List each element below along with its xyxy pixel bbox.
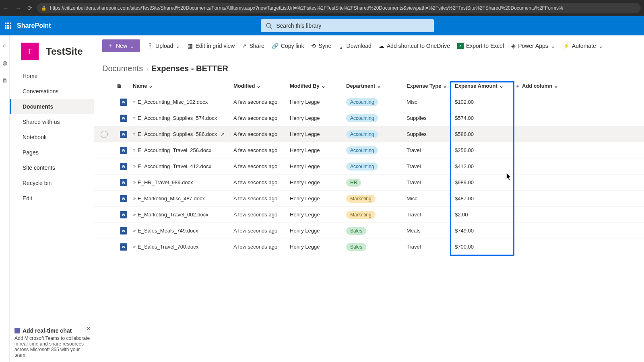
- url-bar[interactable]: 🔒 https://citizenbuilders.sharepoint.com…: [37, 3, 641, 13]
- word-doc-icon: W: [120, 163, 127, 170]
- table-row[interactable]: W⟳E_Accounting_Travel_412.docxA few seco…: [94, 158, 644, 175]
- automate-button[interactable]: ⚡Automate⌄: [563, 43, 603, 49]
- browser-nav: ← → ⟳: [3, 5, 32, 11]
- site-title[interactable]: TestSite: [46, 46, 83, 57]
- table-row[interactable]: W⟳E_Sales_Meals_749.docxA few seconds ag…: [94, 223, 644, 239]
- table-row[interactable]: W⟳E_Accounting_Misc_102.docxA few second…: [94, 94, 644, 110]
- table-row[interactable]: W⟳E_Accounting_Supplies_586.docx↗⋮A few …: [94, 126, 644, 142]
- file-name[interactable]: ⟳E_Accounting_Misc_102.docx: [130, 99, 231, 105]
- back-icon[interactable]: ←: [3, 5, 9, 11]
- sidebar-item-notebook[interactable]: Notebook: [10, 130, 94, 145]
- table-row[interactable]: W⟳E_HR_Travel_989.docxA few seconds agoH…: [94, 175, 644, 191]
- table-row[interactable]: W⟳E_Sales_Travel_700.docxA few seconds a…: [94, 239, 644, 255]
- chevron-down-icon: ⌄: [377, 83, 381, 89]
- table-row[interactable]: W⟳E_Accounting_Travel_256.docxA few seco…: [94, 142, 644, 158]
- file-name[interactable]: ⟳E_Accounting_Supplies_574.docx: [130, 115, 231, 121]
- col-expense-amount[interactable]: Expense Amount ⌄: [452, 83, 513, 89]
- sidebar-item-shared-with-us[interactable]: Shared with us: [10, 114, 94, 130]
- forward-icon[interactable]: →: [15, 5, 21, 11]
- file-name[interactable]: ⟳E_Marketing_Travel_002.docx: [130, 212, 231, 218]
- expense-type-cell: Travel: [404, 244, 452, 250]
- sidebar-item-edit[interactable]: Edit: [10, 191, 94, 206]
- breadcrumb-current: Expenses - BETTER: [151, 64, 228, 73]
- modified-by-cell[interactable]: Henry Legge: [287, 212, 344, 218]
- department-cell: Accounting: [344, 130, 404, 138]
- file-name[interactable]: ⟳E_HR_Travel_989.docx: [130, 179, 231, 185]
- add-shortcut-button[interactable]: ☁Add shortcut to OneDrive: [379, 43, 450, 49]
- sidebar-item-pages[interactable]: Pages: [10, 145, 94, 160]
- modified-by-cell[interactable]: Henry Legge: [287, 147, 344, 153]
- modified-by-cell[interactable]: Henry Legge: [287, 99, 344, 105]
- sidebar-item-documents[interactable]: Documents: [10, 99, 94, 114]
- table-row[interactable]: W⟳E_Marketing_Misc_487.docxA few seconds…: [94, 191, 644, 207]
- files-icon[interactable]: 🗎: [2, 77, 8, 84]
- grid-icon: ▦: [188, 43, 193, 49]
- sync-icon: ⟲: [311, 43, 316, 49]
- power-apps-button[interactable]: ◈Power Apps⌄: [511, 43, 555, 49]
- col-modified[interactable]: Modified ⌄: [231, 83, 287, 89]
- export-excel-button[interactable]: XExport to Excel: [457, 43, 504, 49]
- file-name[interactable]: ⟳E_Accounting_Supplies_586.docx↗⋮: [130, 131, 231, 138]
- word-doc-icon: W: [120, 195, 127, 202]
- table-row[interactable]: W⟳E_Accounting_Supplies_574.docxA few se…: [94, 110, 644, 126]
- chevron-down-icon: ⌄: [554, 83, 558, 89]
- copy-link-button[interactable]: 🔗Copy link: [272, 43, 304, 49]
- svg-line-1: [270, 27, 272, 29]
- sidebar-item-home[interactable]: Home: [10, 68, 94, 84]
- modified-by-cell[interactable]: Henry Legge: [287, 115, 344, 121]
- department-cell: Sales: [344, 243, 404, 251]
- table-row[interactable]: W⟳E_Marketing_Travel_002.docxA few secon…: [94, 207, 644, 223]
- word-doc-icon: W: [120, 115, 127, 122]
- col-department[interactable]: Department ⌄: [344, 83, 404, 89]
- breadcrumb-parent[interactable]: Documents: [102, 64, 143, 73]
- sync-button[interactable]: ⟲Sync: [311, 43, 331, 49]
- share-button[interactable]: ↗Share: [242, 43, 264, 49]
- file-name[interactable]: ⟳E_Sales_Travel_700.docx: [130, 244, 231, 250]
- modified-by-cell[interactable]: Henry Legge: [287, 244, 344, 250]
- col-name[interactable]: Name ⌄: [130, 83, 231, 89]
- search-input[interactable]: Search this library: [261, 19, 434, 32]
- sidebar-item-conversations[interactable]: Conversations: [10, 84, 94, 99]
- edit-grid-button[interactable]: ▦Edit in grid view: [188, 43, 235, 49]
- add-column-button[interactable]: ＋Add column ⌄: [513, 82, 565, 90]
- word-doc-icon: W: [120, 179, 127, 186]
- expense-type-cell: Meals: [404, 228, 452, 234]
- more-icon[interactable]: ⋮: [228, 131, 231, 138]
- download-button[interactable]: ⭳Download: [339, 43, 372, 49]
- sidebar-item-site-contents[interactable]: Site contents: [10, 160, 94, 175]
- expense-amount-cell: $700.00: [452, 244, 513, 250]
- site-logo[interactable]: T: [21, 43, 39, 60]
- modified-cell: A few seconds ago: [231, 115, 287, 121]
- expense-amount-cell: $749.00: [452, 228, 513, 234]
- lock-icon: 🔒: [41, 6, 47, 11]
- department-cell: Accounting: [344, 114, 404, 122]
- modified-by-cell[interactable]: Henry Legge: [287, 131, 344, 137]
- modified-by-cell[interactable]: Henry Legge: [287, 163, 344, 169]
- share-icon[interactable]: ↗: [220, 131, 225, 138]
- upload-button[interactable]: ⭱Upload⌄: [147, 43, 180, 49]
- file-name[interactable]: ⟳E_Sales_Meals_749.docx: [130, 228, 231, 234]
- expense-type-cell: Travel: [404, 179, 452, 185]
- file-name[interactable]: ⟳E_Marketing_Misc_487.docx: [130, 195, 231, 202]
- brand-label[interactable]: SharePoint: [17, 22, 51, 29]
- expense-amount-cell: $574.00: [452, 115, 513, 121]
- modified-by-cell[interactable]: Henry Legge: [287, 179, 344, 185]
- sync-status-icon: ⟳: [133, 132, 136, 136]
- new-button[interactable]: ＋ New ⌄: [102, 39, 140, 52]
- file-name[interactable]: ⟳E_Accounting_Travel_256.docx: [130, 147, 231, 153]
- modified-by-cell[interactable]: Henry Legge: [287, 228, 344, 234]
- promo-body: Add Microsoft Teams to collaborate in re…: [14, 335, 91, 358]
- select-circle[interactable]: [101, 131, 108, 138]
- app-launcher-icon[interactable]: [5, 23, 11, 29]
- col-expense-type[interactable]: Expense Type ⌄: [404, 83, 452, 89]
- close-icon[interactable]: ✕: [86, 325, 91, 333]
- sidebar-item-recycle-bin[interactable]: Recycle bin: [10, 175, 94, 191]
- globe-icon[interactable]: ◍: [2, 60, 7, 66]
- col-modified-by[interactable]: Modified By ⌄: [287, 83, 344, 89]
- reload-icon[interactable]: ⟳: [27, 5, 32, 11]
- modified-by-cell[interactable]: Henry Legge: [287, 195, 344, 202]
- home-icon[interactable]: ⌂: [3, 42, 6, 48]
- department-cell: Marketing: [344, 211, 404, 219]
- file-name[interactable]: ⟳E_Accounting_Travel_412.docx: [130, 163, 231, 169]
- file-type-icon[interactable]: 🗎: [117, 83, 122, 89]
